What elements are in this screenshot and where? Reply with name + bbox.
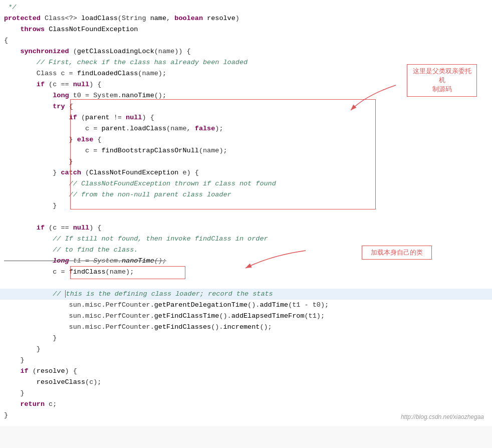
- code-line-10: try {: [0, 101, 492, 112]
- annotation-load-self: 加载本身自己的类: [362, 246, 432, 260]
- code-line-25: c = findClass(name);: [0, 267, 492, 278]
- code-line-33: }: [0, 355, 492, 366]
- code-line-21: if (c == null) {: [0, 222, 492, 234]
- code-line-13: } else {: [0, 134, 492, 145]
- code-line-3: throws ClassNotFoundException: [0, 24, 492, 35]
- code-line-32: }: [0, 344, 492, 355]
- code-line-37: return c;: [0, 399, 492, 410]
- code-line-5: synchronized (getClassLoadingLock(name))…: [0, 46, 492, 57]
- annotation-parent-delegation: 这里是父类双亲委托机 制源码: [407, 64, 477, 97]
- code-line-14: c = findBootstrapClassOrNull(name);: [0, 145, 492, 156]
- code-container: */ protected Class<?> loadClass(String n…: [0, 0, 492, 426]
- code-line-2: protected Class<?> loadClass(String name…: [0, 13, 492, 24]
- code-line-11: if (parent != null) {: [0, 112, 492, 123]
- code-line-26: [0, 278, 492, 289]
- code-line-31: }: [0, 333, 492, 344]
- code-line-1: */: [0, 2, 492, 13]
- code-line-12: c = parent.loadClass(name, false);: [0, 123, 492, 134]
- code-line-16: } catch (ClassNotFoundException e) {: [0, 167, 492, 178]
- code-line-19: }: [0, 200, 492, 211]
- code-line-4: {: [0, 35, 492, 46]
- code-line-29: sun.misc.PerfCounter.getFindClassTime().…: [0, 311, 492, 322]
- code-line-35: resolveClass(c);: [0, 377, 492, 388]
- footer-url: http://blog.csdn.net/xiaozhegaa: [401, 412, 484, 422]
- code-line-36: }: [0, 388, 492, 399]
- code-line-22: // If still not found, then invoke findC…: [0, 234, 492, 245]
- code-line-28: sun.misc.PerfCounter.getParentDelegation…: [0, 300, 492, 311]
- code-line-15: }: [0, 156, 492, 167]
- code-line-17: // ClassNotFoundException thrown if clas…: [0, 178, 492, 189]
- code-line-34: if (resolve) {: [0, 366, 492, 377]
- code-line-20: [0, 211, 492, 222]
- code-line-18: // from the non-null parent class loader: [0, 189, 492, 200]
- code-line-27: // this is the defining class loader; re…: [0, 289, 492, 300]
- code-line-30: sun.misc.PerfCounter.getFindClasses().in…: [0, 322, 492, 333]
